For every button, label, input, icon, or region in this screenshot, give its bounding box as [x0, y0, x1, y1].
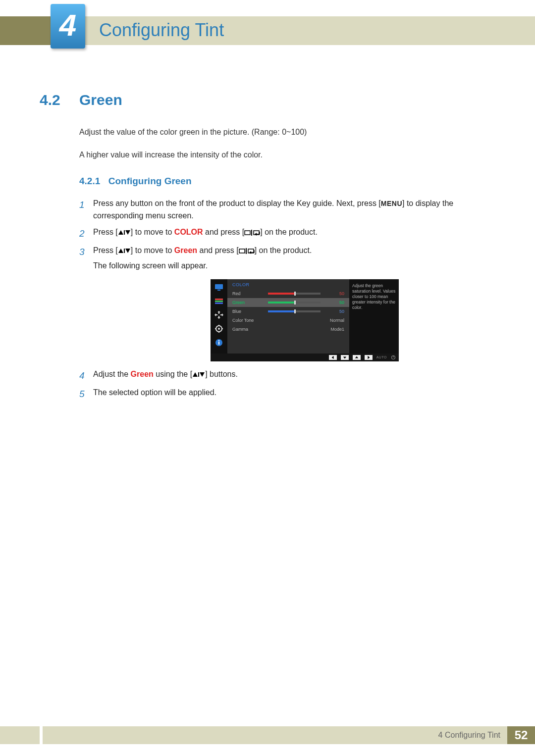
svg-marker-9	[125, 249, 130, 253]
osd-tab-strip	[211, 279, 227, 353]
keyword-color: COLOR	[174, 228, 203, 236]
osd-main: COLOR Red 50 Green 50 Blue 50	[227, 279, 349, 353]
svg-marker-21	[214, 313, 217, 316]
size-tab-icon	[214, 310, 224, 320]
section-heading: 4.2 Green	[40, 92, 495, 108]
osd-row-gamma: Gamma Mode1	[227, 325, 349, 334]
step-body: Adjust the Green using the [] buttons.	[93, 368, 495, 381]
step-number: 3	[79, 245, 93, 259]
osd-label: Gamma	[232, 327, 268, 332]
footer-accent	[0, 726, 40, 744]
svg-marker-38	[193, 372, 198, 377]
osd-label: Green	[232, 300, 268, 305]
osd-label: Blue	[232, 309, 268, 314]
step-3-tail: The following screen will appear.	[93, 260, 495, 272]
step-number: 4	[79, 368, 93, 383]
setup-tab-icon	[214, 324, 224, 334]
section-title: Green	[79, 92, 122, 108]
text: and press [	[203, 228, 245, 236]
intro-paragraph-1: Adjust the value of the color green in t…	[79, 126, 495, 138]
osd-value: Mode1	[324, 327, 344, 332]
step-body: The selected option will be applied.	[93, 387, 495, 399]
osd-screenshot: COLOR Red 50 Green 50 Blue 50	[211, 279, 399, 361]
up-down-triangle-icon	[192, 370, 205, 378]
info-tab-icon	[214, 338, 224, 348]
step-1: 1 Press any button on the front of the p…	[79, 198, 495, 222]
osd-value: 50	[324, 309, 344, 314]
osd-value: 50	[324, 291, 344, 296]
svg-rect-1	[124, 230, 125, 235]
keyword-green: Green	[131, 370, 154, 378]
osd-row-blue: Blue 50	[227, 307, 349, 316]
step-4: 4 Adjust the Green using the [] buttons.	[79, 368, 495, 383]
text: ] on the product.	[260, 228, 318, 236]
osd-help-text: Adjust the green saturation level. Value…	[349, 279, 399, 353]
svg-marker-0	[118, 230, 123, 235]
svg-rect-17	[215, 301, 223, 302]
svg-marker-6	[255, 233, 257, 236]
svg-marker-34	[355, 356, 358, 358]
svg-marker-13	[249, 251, 251, 254]
osd-row-colortone: Color Tone Normal	[227, 316, 349, 325]
page-footer: 4 Configuring Tint 52	[0, 726, 535, 744]
osd-slider	[268, 310, 321, 312]
text: and press [	[197, 246, 239, 254]
nav-up-icon	[353, 355, 361, 360]
subsection-number: 4.2.1	[79, 176, 100, 186]
svg-marker-19	[217, 311, 220, 314]
svg-marker-7	[118, 249, 123, 253]
section-number: 4.2	[40, 92, 79, 108]
osd-value: 50	[324, 300, 344, 305]
text: ] buttons.	[205, 370, 238, 378]
svg-point-24	[218, 328, 220, 330]
svg-marker-40	[200, 372, 205, 377]
svg-marker-20	[217, 316, 220, 319]
osd-value: Normal	[324, 318, 344, 323]
step-body: Press [] to move to Green and press [] o…	[93, 245, 495, 272]
step-number: 2	[79, 226, 93, 241]
text: ] on the product.	[255, 246, 312, 254]
osd-slider	[268, 302, 321, 303]
svg-marker-2	[125, 230, 130, 235]
svg-marker-35	[368, 355, 370, 358]
subsection-title: Configuring Green	[108, 176, 192, 186]
steps-list: 1 Press any button on the front of the p…	[79, 198, 495, 402]
osd-slider	[268, 293, 321, 295]
svg-rect-14	[215, 284, 223, 289]
step-2: 2 Press [] to move to COLOR and press []…	[79, 226, 495, 241]
osd-panel: COLOR Red 50 Green 50 Blue 50	[211, 279, 399, 353]
nav-auto-label: AUTO	[376, 355, 387, 359]
keyword-green: Green	[174, 246, 197, 254]
svg-marker-33	[343, 356, 346, 358]
text: ] to move to	[131, 246, 174, 254]
chapter-badge: 4	[51, 4, 85, 49]
picture-tab-icon	[214, 282, 224, 292]
svg-rect-4	[251, 230, 252, 236]
up-down-triangle-icon	[118, 246, 131, 254]
text: Adjust the	[93, 370, 131, 378]
osd-label: Red	[232, 291, 268, 296]
text: Press [	[93, 246, 118, 254]
svg-rect-39	[198, 372, 199, 377]
osd-row-red: Red 50	[227, 289, 349, 298]
nav-left-icon	[329, 355, 337, 360]
page-content: 4.2 Green Adjust the value of the color …	[40, 92, 495, 405]
step-body: Press any button on the front of the pro…	[93, 198, 495, 222]
step-3: 3 Press [] to move to Green and press []…	[79, 245, 495, 272]
svg-rect-18	[215, 302, 223, 304]
svg-rect-31	[218, 342, 219, 345]
nav-right-icon	[365, 355, 373, 360]
text: using the [	[154, 370, 192, 378]
power-icon	[391, 355, 396, 360]
osd-label: Color Tone	[232, 318, 268, 323]
svg-rect-30	[218, 340, 219, 341]
up-down-triangle-icon	[118, 228, 131, 236]
osd-nav-bar: AUTO	[211, 353, 399, 361]
step-number: 1	[79, 198, 93, 212]
footer-chapter-label: 4 Configuring Tint	[43, 726, 507, 744]
step-5: 5 The selected option will be applied.	[79, 387, 495, 401]
nav-down-icon	[341, 355, 349, 360]
chapter-title: Configuring Tint	[99, 20, 224, 41]
text: Press [	[93, 228, 118, 236]
osd-heading: COLOR	[227, 281, 349, 289]
